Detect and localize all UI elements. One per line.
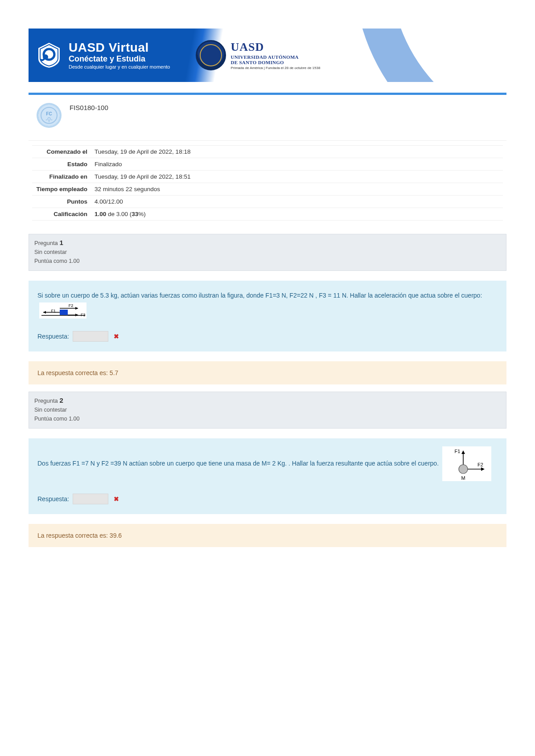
summary-label: Comenzado el	[32, 146, 91, 158]
question-figure-forces-icon: F2 F1 F3	[39, 302, 86, 319]
incorrect-icon: ✖	[114, 333, 119, 340]
summary-value: Tuesday, 19 de April de 2022, 18:51	[91, 171, 194, 183]
institution-block: UASD UNIVERSIDAD AUTÓNOMA DE SANTO DOMIN…	[196, 40, 320, 70]
institution-motto: Primada de América | Fundada el 28 de oc…	[230, 66, 320, 70]
answer-row: Respuesta: ✖	[37, 494, 498, 504]
summary-row: Finalizado en Tuesday, 19 de April de 20…	[32, 170, 503, 183]
question-text: Dos fuerzas F1 =7 N y F2 =39 N actúan so…	[37, 460, 439, 467]
question-feedback: La respuesta correcta es: 39.6	[29, 524, 506, 547]
svg-text:M: M	[461, 475, 465, 481]
institution-text: UASD UNIVERSIDAD AUTÓNOMA DE SANTO DOMIN…	[230, 41, 320, 70]
brand-title-part-b: Virtual	[109, 41, 149, 54]
answer-label: Respuesta:	[37, 495, 69, 503]
summary-value: Finalizado	[91, 158, 126, 170]
summary-row: Tiempo empleado 32 minutos 22 segundos	[32, 183, 503, 195]
course-code: FIS0180-100	[70, 103, 108, 111]
brand-tagline: Desde cualquier lugar y en cualquier mom…	[69, 65, 170, 70]
brand-title-space	[105, 41, 108, 54]
summary-row: Comenzado el Tuesday, 19 de April de 202…	[32, 145, 503, 158]
brand-title: UASD Virtual	[69, 41, 170, 54]
summary-value-grade: 1.00 de 3.00 (33%)	[91, 208, 149, 220]
answer-row: Respuesta: ✖	[37, 331, 498, 342]
summary-value: 32 minutos 22 segundos	[91, 183, 164, 195]
summary-label: Finalizado en	[32, 171, 91, 183]
institution-acronym: UASD	[230, 41, 320, 54]
institution-name-1: UNIVERSIDAD AUTÓNOMA	[230, 54, 320, 60]
svg-text:F2: F2	[477, 462, 483, 467]
incorrect-icon: ✖	[114, 495, 119, 503]
svg-point-4	[48, 118, 50, 120]
attempt-summary: Comenzado el Tuesday, 19 de April de 202…	[29, 141, 506, 227]
svg-marker-14	[43, 311, 46, 314]
svg-point-7	[49, 121, 49, 122]
brand-title-part-a: UASD	[69, 41, 105, 54]
question-marks: Puntúa como 1.00	[34, 258, 501, 264]
course-header: FC FIS0180-100	[29, 95, 506, 141]
question-marks: Puntúa como 1.00	[34, 416, 501, 422]
question-body: Dos fuerzas F1 =7 N y F2 =39 N actúan so…	[29, 438, 506, 514]
summary-label: Calificación	[32, 208, 91, 220]
summary-row: Calificación 1.00 de 3.00 (33%)	[32, 208, 503, 221]
svg-marker-10	[75, 307, 78, 310]
grade-percent: 33	[132, 211, 138, 217]
question-number: 2	[59, 396, 63, 404]
uasd-seal-icon	[196, 40, 226, 70]
summary-value: Tuesday, 19 de April de 2022, 18:18	[91, 146, 194, 158]
site-banner: UASD Virtual Conéctate y Estudia Desde c…	[29, 29, 506, 82]
question-word: Pregunta	[34, 240, 58, 246]
summary-label: Tiempo empleado	[32, 183, 91, 195]
summary-value: 4.00/12.00	[91, 196, 127, 208]
question-number-line: Pregunta 1	[34, 239, 501, 246]
svg-rect-11	[60, 310, 68, 315]
brand-text: UASD Virtual Conéctate y Estudia Desde c…	[69, 41, 170, 70]
question-info: Pregunta 1 Sin contestar Puntúa como 1.0…	[29, 234, 506, 271]
question-figure-forces-icon: F1 M F2	[442, 446, 491, 481]
grade-score: 1.00	[95, 211, 106, 217]
summary-row: Puntos 4.00/12.00	[32, 195, 503, 208]
grade-mid: de 3.00 (	[106, 211, 132, 217]
answer-label: Respuesta:	[37, 333, 69, 340]
institution-name-2: DE SANTO DOMINGO	[230, 60, 320, 65]
svg-text:FC: FC	[46, 111, 52, 116]
quiz-card: FC FIS0180-100 Comenzado el Tuesday, 19 …	[29, 93, 506, 547]
svg-text:F3: F3	[81, 313, 86, 317]
course-badge-icon: FC	[37, 103, 62, 128]
svg-point-6	[51, 119, 52, 120]
uasd-virtual-logo-icon	[35, 41, 63, 69]
question-number: 1	[59, 239, 63, 246]
summary-row: Estado Finalizado	[32, 158, 503, 170]
svg-point-22	[459, 465, 468, 474]
svg-marker-25	[481, 467, 485, 471]
svg-text:F2: F2	[69, 303, 74, 308]
svg-marker-16	[75, 314, 78, 316]
svg-marker-21	[461, 450, 465, 454]
question-feedback: La respuesta correcta es: 5.7	[29, 361, 506, 384]
svg-point-5	[46, 119, 47, 120]
question-status: Sin contestar	[34, 407, 501, 413]
answer-input[interactable]	[73, 494, 108, 504]
summary-label: Estado	[32, 158, 91, 170]
brand-subtitle: Conéctate y Estudia	[69, 55, 170, 63]
answer-input[interactable]	[73, 331, 108, 342]
question-status: Sin contestar	[34, 249, 501, 255]
question-body: Si sobre un cuerpo de 5.3 kg, actúan var…	[29, 281, 506, 351]
question-number-line: Pregunta 2	[34, 396, 501, 404]
question-word: Pregunta	[34, 397, 58, 404]
svg-text:F1: F1	[455, 449, 461, 454]
grade-post: %)	[138, 211, 146, 217]
brand-block: UASD Virtual Conéctate y Estudia Desde c…	[29, 41, 170, 70]
question-text: Si sobre un cuerpo de 5.3 kg, actúan var…	[37, 292, 482, 299]
summary-label: Puntos	[32, 196, 91, 208]
question-info: Pregunta 2 Sin contestar Puntúa como 1.0…	[29, 392, 506, 429]
